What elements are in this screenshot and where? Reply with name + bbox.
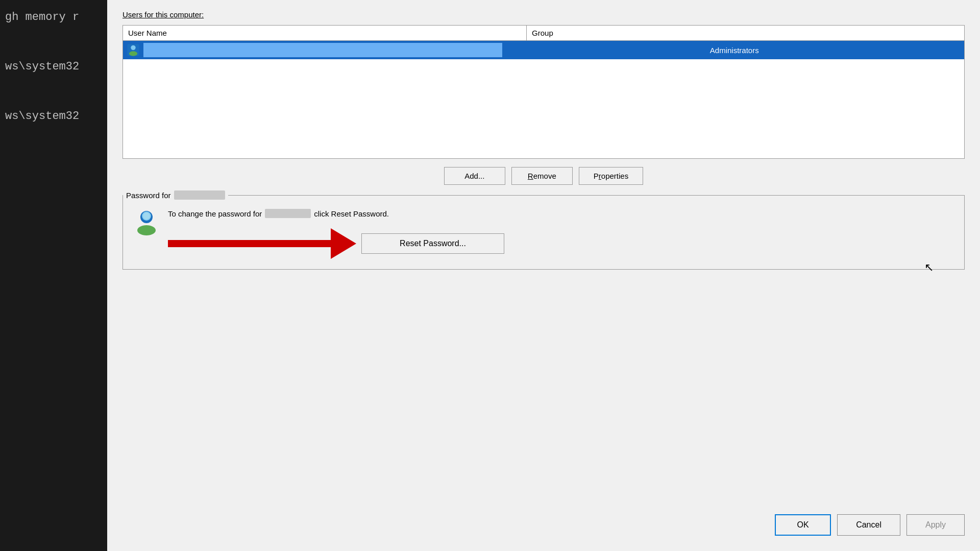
- svg-point-5: [137, 225, 156, 235]
- mouse-cursor: ↖: [924, 261, 934, 274]
- reset-password-row: Reset Password... ↖: [168, 228, 954, 259]
- arrow-head: [331, 228, 356, 259]
- cancel-button[interactable]: Cancel: [837, 514, 900, 536]
- column-header-group: Group: [527, 26, 964, 40]
- properties-button-label: Properties: [594, 172, 628, 180]
- user-avatar-icon: [133, 209, 160, 235]
- password-section: Password for To change the password for …: [122, 195, 965, 270]
- terminal-line-1: gh memory r: [5, 5, 102, 30]
- properties-button[interactable]: Properties: [579, 167, 643, 185]
- terminal-line-4: [5, 79, 102, 104]
- arrow-shaft: [168, 240, 331, 247]
- add-button[interactable]: Add...: [444, 167, 505, 185]
- description-username-blurred: [265, 209, 311, 218]
- description-suffix: click Reset Password.: [314, 209, 389, 218]
- password-label-prefix: Password for: [126, 191, 171, 200]
- terminal-line-2: [5, 30, 102, 54]
- user-icon: [126, 43, 140, 57]
- terminal-background: gh memory r ws\system32 ws\system32: [0, 0, 107, 551]
- svg-point-1: [131, 45, 135, 50]
- description-prefix: To change the password for: [168, 209, 262, 218]
- reset-password-button[interactable]: Reset Password...: [361, 233, 504, 254]
- password-section-title: Password for: [123, 190, 228, 200]
- user-group: Administrators: [502, 46, 961, 55]
- action-buttons-row: Add... Remove Properties: [122, 167, 965, 185]
- column-header-username: User Name: [123, 26, 527, 40]
- password-username-blurred: [174, 190, 225, 200]
- users-table-body: Administrators: [123, 41, 964, 158]
- terminal-line-5: ws\system32: [5, 104, 102, 129]
- user-accounts-dialog: Users for this computer: User Name Group…: [107, 0, 980, 551]
- svg-point-2: [129, 51, 137, 56]
- remove-button[interactable]: Remove: [511, 167, 573, 185]
- ok-button[interactable]: OK: [775, 514, 831, 536]
- password-text-area: To change the password for click Reset P…: [168, 209, 954, 259]
- svg-point-6: [143, 212, 150, 220]
- remove-button-label: Remove: [528, 172, 556, 180]
- users-table-header: User Name Group: [123, 26, 964, 41]
- users-section-title: Users for this computer:: [122, 10, 965, 19]
- user-name-blurred: [143, 43, 502, 57]
- users-table: User Name Group Administrators: [122, 25, 965, 159]
- table-row[interactable]: Administrators: [123, 41, 964, 59]
- password-content-area: To change the password for click Reset P…: [133, 209, 954, 259]
- password-description: To change the password for click Reset P…: [168, 209, 954, 218]
- red-arrow-indicator: [168, 228, 356, 259]
- bottom-buttons-row: OK Cancel Apply: [122, 514, 965, 536]
- terminal-line-3: ws\system32: [5, 55, 102, 79]
- apply-button[interactable]: Apply: [906, 514, 965, 536]
